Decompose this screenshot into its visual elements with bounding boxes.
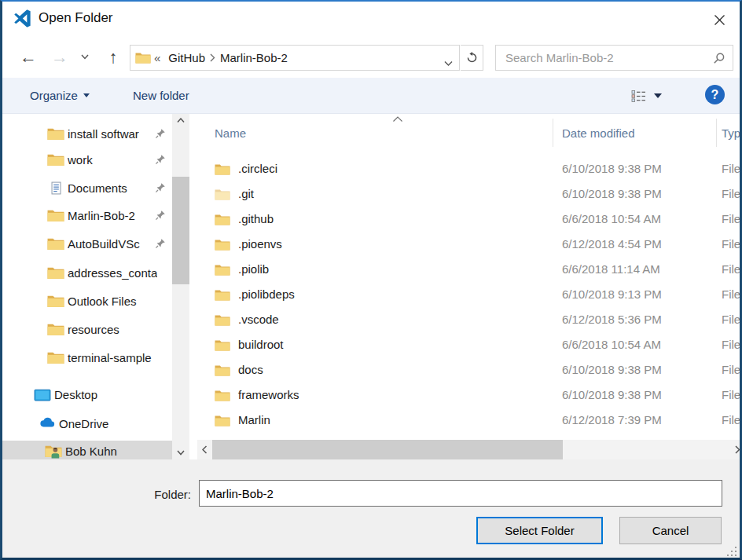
file-row-buildroot[interactable]: buildroot6/6/2018 10:54 AMFile <box>197 333 742 358</box>
folder-icon <box>215 163 230 176</box>
search-input[interactable] <box>496 46 707 70</box>
sidebar-item-addresses-conta[interactable]: addresses_conta <box>2 262 172 284</box>
sidebar-item-resources[interactable]: resources <box>2 319 172 340</box>
file-name: Marlin <box>238 413 270 426</box>
forward-icon[interactable]: → <box>48 36 72 78</box>
new-folder-label: New folder <box>133 89 189 102</box>
resize-grip[interactable] <box>727 547 736 556</box>
file-name: .circleci <box>238 162 277 175</box>
sidebar-scrollbar[interactable] <box>172 114 189 459</box>
breadcrumb-segment-github[interactable]: GitHub <box>163 51 210 64</box>
sidebar-item-label: addresses_conta <box>68 266 157 280</box>
column-name-label: Name <box>215 126 246 140</box>
folder-icon <box>47 351 64 364</box>
file-date-modified: 6/10/2018 9:38 PM <box>562 162 662 175</box>
change-view-button[interactable] <box>631 86 672 106</box>
file-date-modified: 6/10/2018 9:13 PM <box>562 287 662 301</box>
file-row-dot-pioenvs[interactable]: .pioenvs6/12/2018 4:54 PMFile <box>197 232 742 258</box>
documents-icon <box>47 181 64 195</box>
file-name: docs <box>238 363 263 376</box>
onedrive-icon <box>39 417 56 430</box>
navigation-pane: install softwarworkDocumentsMarlin-Bob-2… <box>2 114 172 459</box>
sidebar-item-bob-kuhn[interactable]: Bob Kuhn <box>2 441 172 459</box>
sidebar-item-label: Marlin-Bob-2 <box>68 209 135 222</box>
content-area: install softwarworkDocumentsMarlin-Bob-2… <box>2 114 740 459</box>
folder-icon <box>215 390 230 402</box>
scroll-up-icon[interactable] <box>172 114 189 127</box>
sidebar-item-label: Documents <box>68 181 127 195</box>
scroll-right-icon[interactable] <box>730 440 742 459</box>
address-chevron-down-icon[interactable] <box>444 56 453 70</box>
file-name: .piolib <box>238 262 269 276</box>
folder-icon <box>47 127 64 141</box>
folder-icon <box>47 209 64 222</box>
address-bar[interactable]: « GitHub Marlin-Bob-2 <box>130 45 460 71</box>
sidebar-scroll-thumb[interactable] <box>172 177 189 284</box>
select-folder-label: Select Folder <box>505 524 574 537</box>
sidebar-item-marlin-bob-2[interactable]: Marlin-Bob-2 <box>2 205 172 226</box>
details-view-icon <box>631 90 646 103</box>
column-header-name[interactable]: Name <box>215 114 553 152</box>
column-header-type[interactable]: Typ <box>722 114 742 152</box>
file-row-frameworks[interactable]: frameworks6/10/2018 9:38 PMFile <box>197 383 742 408</box>
open-folder-dialog: Open Folder ← → ↑ « GitHub Marlin-Bob-2 <box>0 0 742 560</box>
horizontal-scroll-thumb[interactable] <box>212 440 563 459</box>
up-arrow-icon[interactable]: ↑ <box>101 36 125 78</box>
column-divider[interactable] <box>716 119 717 147</box>
file-row-dot-circleci[interactable]: .circleci6/10/2018 9:38 PMFile <box>197 157 742 182</box>
help-button[interactable]: ? <box>705 85 725 104</box>
magnifier-icon[interactable] <box>713 52 725 64</box>
new-folder-button[interactable]: New folder <box>133 78 189 113</box>
sidebar-item-label: Outlook Files <box>68 295 137 308</box>
file-type: File <box>722 313 740 326</box>
command-toolbar: Organize New folder ? <box>2 78 740 114</box>
file-row-dot-git[interactable]: .git6/10/2018 9:38 PMFile <box>197 182 742 207</box>
file-row-dot-github[interactable]: .github6/6/2018 10:54 AMFile <box>197 207 742 232</box>
file-date-modified: 6/10/2018 9:38 PM <box>562 187 662 200</box>
close-icon[interactable] <box>708 9 730 30</box>
column-header-date-modified[interactable]: Date modified <box>562 114 711 152</box>
breadcrumb-chevron-icon[interactable] <box>210 53 215 62</box>
sidebar-item-desktop[interactable]: Desktop <box>2 384 172 405</box>
folder-icon <box>215 264 230 276</box>
organize-button[interactable]: Organize <box>30 78 90 113</box>
cancel-button[interactable]: Cancel <box>619 517 722 544</box>
file-row-docs[interactable]: docs6/10/2018 9:38 PMFile <box>197 358 742 383</box>
sidebar-item-label: Desktop <box>54 388 97 401</box>
file-date-modified: 6/6/2018 11:14 AM <box>562 262 660 276</box>
file-row-dot-piolibdeps[interactable]: .piolibdeps6/10/2018 9:13 PMFile <box>197 283 742 308</box>
scroll-left-icon[interactable] <box>197 440 211 459</box>
sidebar-item-autobuildvsc[interactable]: AutoBuildVSc <box>2 233 172 254</box>
sidebar-item-install-softwar[interactable]: install softwar <box>2 123 172 145</box>
back-icon[interactable]: ← <box>17 36 40 78</box>
breadcrumb-overflow[interactable]: « <box>151 51 163 64</box>
sidebar-item-work[interactable]: work <box>2 149 172 170</box>
file-name: .github <box>238 212 274 225</box>
file-type: File <box>722 413 740 426</box>
file-row-Marlin[interactable]: Marlin6/12/2018 7:39 PMFile <box>197 408 742 434</box>
file-name: buildroot <box>238 338 284 351</box>
file-type: File <box>722 388 740 401</box>
folder-icon <box>47 237 64 251</box>
sidebar-item-label: resources <box>68 323 119 336</box>
pin-icon <box>155 210 166 221</box>
history-chevron-down-icon[interactable] <box>77 36 93 78</box>
scroll-down-icon[interactable] <box>172 446 189 459</box>
sidebar-item-onedrive[interactable]: OneDrive <box>2 413 172 434</box>
horizontal-scrollbar[interactable] <box>197 440 742 459</box>
column-divider[interactable] <box>553 119 553 147</box>
file-row-dot-piolib[interactable]: .piolib6/6/2018 11:14 AMFile <box>197 258 742 283</box>
file-name: .git <box>238 187 254 200</box>
sidebar-item-label: Bob Kuhn <box>65 445 117 458</box>
breadcrumb-segment-current[interactable]: Marlin-Bob-2 <box>215 51 292 64</box>
vscode-icon <box>12 8 33 29</box>
file-name: .pioenvs <box>238 237 282 251</box>
folder-name-input[interactable] <box>199 480 722 507</box>
sidebar-item-terminal-sample[interactable]: terminal-sample <box>2 347 172 368</box>
sidebar-item-outlook-files[interactable]: Outlook Files <box>2 291 172 312</box>
refresh-icon[interactable] <box>461 45 483 71</box>
file-type: File <box>722 187 740 200</box>
sidebar-item-documents[interactable]: Documents <box>2 178 172 199</box>
file-row-dot-vscode[interactable]: .vscode6/12/2018 5:36 PMFile <box>197 308 742 333</box>
select-folder-button[interactable]: Select Folder <box>476 517 603 544</box>
